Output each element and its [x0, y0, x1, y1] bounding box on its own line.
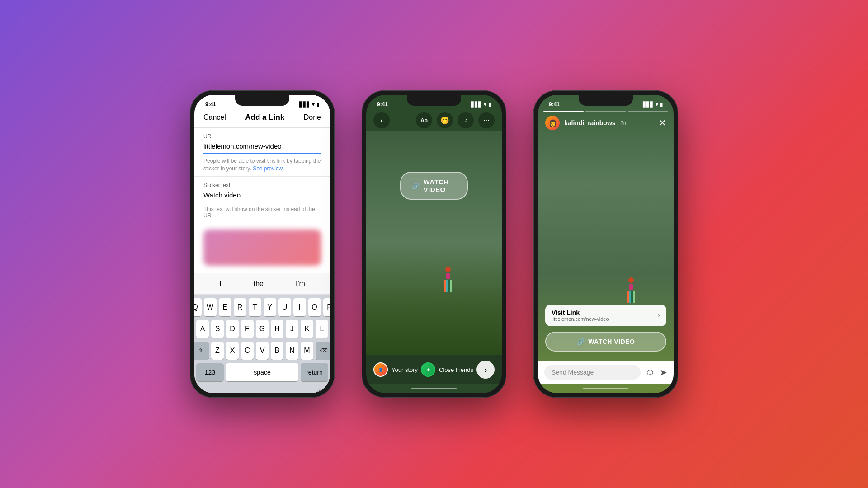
key-delete[interactable]: ⌫	[316, 342, 330, 360]
status-time-3: 9:41	[549, 101, 560, 108]
status-icons-2: ▋▋▋ ▾ ▮	[471, 102, 491, 108]
key-n[interactable]: N	[286, 342, 298, 360]
watch-video-label: WATCH VIDEO	[424, 178, 457, 193]
key-123[interactable]: 123	[196, 363, 224, 381]
key-s[interactable]: S	[211, 320, 224, 338]
key-k[interactable]: K	[301, 320, 313, 338]
your-story-avatar: 👤	[373, 362, 388, 377]
mic-icon[interactable]: 🎤	[311, 389, 323, 393]
key-d[interactable]: D	[226, 320, 239, 338]
key-p[interactable]: P	[323, 298, 330, 316]
visit-link-popup[interactable]: Visit Link littlelemon.com/new-video ›	[545, 305, 666, 326]
phone3-content: Visit Link littlelemon.com/new-video › 🔗…	[538, 134, 674, 361]
sticker-tool-button[interactable]: 😊	[437, 112, 453, 128]
music-tool-button[interactable]: ♪	[458, 112, 474, 128]
see-preview-link[interactable]: See preview	[253, 165, 283, 172]
visit-link-text: Visit Link littlelemon.com/new-video	[552, 309, 609, 322]
sticker-input[interactable]: Watch video	[203, 191, 321, 202]
key-a[interactable]: A	[196, 320, 209, 338]
phone-add-link: 9:41 ▋▋▋ ▾ ▮ Cancel Add a Link Done URL …	[190, 90, 335, 398]
battery-icon: ▮	[316, 102, 319, 108]
url-label: URL	[203, 133, 321, 140]
story-background	[366, 131, 502, 355]
key-q[interactable]: Q	[194, 298, 202, 316]
more-tool-button[interactable]: ···	[478, 112, 495, 128]
key-m[interactable]: M	[301, 342, 313, 360]
autocomplete-the[interactable]: the	[245, 278, 273, 290]
message-emoji-icon[interactable]: ☺	[645, 366, 655, 378]
key-u[interactable]: U	[278, 298, 291, 316]
key-t[interactable]: T	[249, 298, 261, 316]
url-input[interactable]: littlelemon.com/new-video	[203, 142, 321, 154]
key-h[interactable]: H	[271, 320, 283, 338]
add-link-title: Add a Link	[245, 113, 284, 122]
key-r[interactable]: R	[234, 298, 246, 316]
signal-icon-2: ▋▋▋	[471, 102, 482, 108]
key-z[interactable]: Z	[211, 342, 224, 360]
home-bar-3	[583, 388, 628, 389]
keyboard-row-1: Q W E R T Y U I O P	[196, 298, 328, 316]
phone-story: 9:41 ▋▋▋ ▾ ▮ ‹ Aa 😊 ♪ ···	[362, 90, 506, 398]
watch-video-button-3[interactable]: 🔗 WATCH VIDEO	[545, 332, 666, 352]
key-e[interactable]: E	[219, 298, 231, 316]
close-friends-button[interactable]: ★ Close friends	[421, 362, 473, 377]
wifi-icon-3: ▾	[656, 102, 658, 108]
key-space[interactable]: space	[226, 363, 298, 381]
keyboard-row-3: ⇧ Z X C V B N M ⌫	[196, 342, 328, 360]
key-w[interactable]: W	[204, 298, 217, 316]
url-hint: People will be able to visit this link b…	[203, 157, 321, 173]
story-user-details: kalindi_rainbows 2m	[564, 119, 628, 127]
message-send-icon[interactable]: ➤	[660, 367, 667, 378]
home-indicator-2	[366, 384, 502, 393]
add-link-body: URL littlelemon.com/new-video People wil…	[194, 128, 330, 273]
phone-notch	[235, 95, 289, 106]
cancel-button[interactable]: Cancel	[203, 113, 226, 122]
key-l[interactable]: L	[316, 320, 328, 338]
visit-link-arrow-icon: ›	[658, 311, 660, 319]
battery-icon-2: ▮	[488, 102, 491, 108]
keyboard-bottom: ☺ 🎤	[194, 387, 330, 393]
key-i[interactable]: I	[293, 298, 306, 316]
your-story-label: Your story	[392, 366, 418, 373]
story-back-button[interactable]: ‹	[373, 112, 390, 128]
story-bottom: 👤 Your story ★ Close friends ›	[366, 355, 502, 384]
keyboard-row-4: 123 space return	[196, 363, 328, 381]
home-bar-2	[411, 388, 457, 389]
key-c[interactable]: C	[241, 342, 254, 360]
key-g[interactable]: G	[256, 320, 269, 338]
key-j[interactable]: J	[286, 320, 298, 338]
key-return[interactable]: return	[301, 363, 328, 381]
story-close-button[interactable]: ✕	[659, 117, 666, 128]
story-header: 👩 kalindi_rainbows 2m ✕	[538, 112, 674, 134]
key-shift[interactable]: ⇧	[194, 342, 209, 360]
story-tools: Aa 😊 ♪ ···	[416, 112, 495, 128]
message-bar: Send Message ☺ ➤	[538, 361, 674, 384]
message-input[interactable]: Send Message	[544, 365, 641, 380]
visit-link-title: Visit Link	[552, 309, 609, 316]
key-y[interactable]: Y	[264, 298, 276, 316]
key-v[interactable]: V	[256, 342, 269, 360]
done-button[interactable]: Done	[304, 113, 321, 122]
autocomplete-i[interactable]: I	[210, 278, 231, 290]
emoji-icon[interactable]: ☺	[202, 389, 212, 393]
signal-icon-3: ▋▋▋	[643, 102, 654, 108]
key-b[interactable]: B	[271, 342, 283, 360]
keyboard: Q W E R T Y U I O P A S D F G H J K L	[194, 295, 330, 387]
story-username[interactable]: kalindi_rainbows	[564, 119, 616, 127]
story-user-info: 👩 kalindi_rainbows 2m	[545, 116, 628, 130]
signal-icon: ▋▋▋	[299, 102, 310, 108]
your-story-button[interactable]: 👤 Your story	[373, 362, 418, 377]
key-o[interactable]: O	[308, 298, 321, 316]
key-x[interactable]: X	[226, 342, 239, 360]
watch-video-sticker[interactable]: 🔗 WATCH VIDEO	[400, 172, 468, 200]
text-tool-button[interactable]: Aa	[416, 112, 432, 128]
earring-decoration	[444, 267, 452, 292]
watch-video-label-3: WATCH VIDEO	[588, 338, 635, 345]
battery-icon-3: ▮	[660, 102, 663, 108]
autocomplete-im[interactable]: I'm	[287, 278, 314, 290]
wifi-icon: ▾	[312, 102, 315, 108]
url-section: URL littlelemon.com/new-video People wil…	[194, 128, 330, 177]
key-f[interactable]: F	[241, 320, 254, 338]
story-next-button[interactable]: ›	[476, 361, 495, 379]
visit-link-url: littlelemon.com/new-video	[552, 316, 609, 322]
